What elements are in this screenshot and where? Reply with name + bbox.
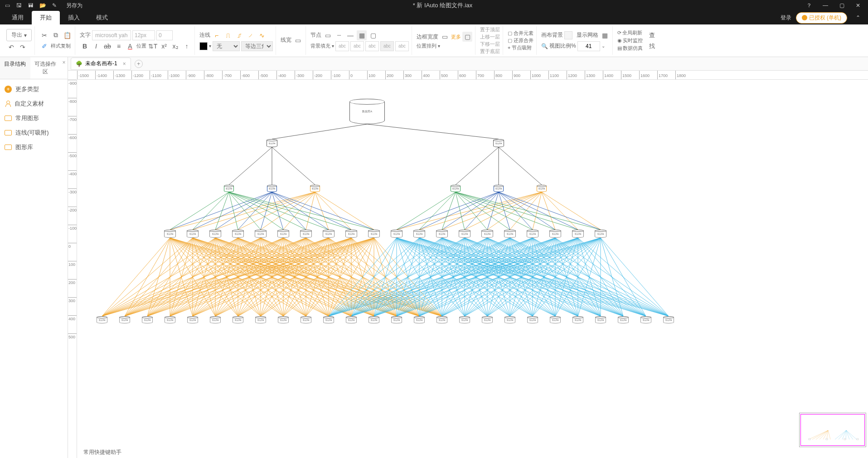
db-node[interactable]: 数据库A [481, 230, 493, 238]
open-icon[interactable]: 📂 [39, 2, 46, 9]
db-node[interactable]: 数据库A [391, 230, 402, 238]
restore-merge[interactable]: ▢ 还原合并 [508, 37, 533, 44]
canvas-content[interactable]: 数据库A数据库A数据库A数据库A数据库A数据库A数据库A数据库A数据库A数据库A… [77, 80, 868, 458]
line-type-1-icon[interactable]: ⌐ [212, 30, 222, 40]
zoom-dropdown-icon[interactable]: ⌄ [601, 43, 605, 48]
border-preset-icon[interactable]: ▢ [462, 32, 472, 42]
line-type-4-icon[interactable]: ⟋ [246, 30, 256, 40]
show-grid-label[interactable]: 显示网格 [577, 31, 598, 39]
arrow-shape-select[interactable]: 等边三角 [241, 41, 273, 51]
search-btn[interactable]: 查 [649, 31, 655, 39]
arrow-up-icon[interactable]: ↑ [182, 41, 192, 51]
menu-tab-start[interactable]: 开始 [32, 11, 60, 24]
shortcut-helper[interactable]: 常用快捷键助手 [83, 448, 121, 456]
db-node[interactable]: 数据库A [323, 316, 334, 323]
db-node[interactable]: 数据库A [255, 230, 267, 238]
line-height-input[interactable] [156, 30, 173, 40]
db-node[interactable]: 数据库A [349, 99, 385, 124]
db-node[interactable]: 数据库A [413, 230, 425, 238]
db-node[interactable]: 数据库A [459, 316, 470, 323]
save-as-label[interactable]: 另存为 [66, 2, 82, 10]
node-thin-icon[interactable]: — [345, 30, 355, 40]
color-dropdown-icon[interactable]: ▾ [209, 43, 211, 48]
sidebar-item-more[interactable]: + 更多类型 [0, 82, 68, 96]
sidebar-close-icon[interactable]: × [60, 57, 68, 79]
db-node[interactable]: 数据库A [451, 185, 461, 192]
subscript-icon[interactable]: x₂ [170, 41, 180, 51]
db-node[interactable]: 数据库A [436, 316, 447, 323]
vertical-text-icon[interactable]: ⇅T [148, 41, 158, 51]
sidebar-item-lines[interactable]: 连线(可吸附) [0, 125, 68, 140]
abc-btn-4[interactable]: abc [380, 41, 394, 51]
node-fill1-icon[interactable]: ▭ [323, 30, 333, 40]
line-type-3-icon[interactable]: ⎎ [234, 30, 244, 40]
format-painter-icon[interactable]: ✐ [39, 41, 49, 51]
position-sort-label[interactable]: 位置排列 [417, 43, 436, 49]
save-icon[interactable]: 🖫 [15, 2, 23, 9]
grid-toggle-icon[interactable]: ▦ [600, 30, 610, 40]
db-node[interactable]: 数据库A [618, 316, 629, 323]
sidebar-item-library[interactable]: 图形库 [0, 140, 68, 154]
more-link[interactable]: 更多 [451, 34, 461, 40]
menu-tab-mode[interactable]: 模式 [88, 11, 116, 24]
position-label[interactable]: 位置 [136, 41, 146, 51]
paste-icon[interactable]: 📋 [62, 30, 72, 40]
db-node[interactable]: 数据库A [277, 230, 289, 238]
border-width-icon[interactable]: ▭ [440, 32, 450, 42]
db-node[interactable]: 数据库A [187, 316, 198, 323]
help-icon[interactable]: ？ [803, 1, 815, 10]
db-node[interactable]: 数据库A [527, 230, 538, 238]
strike-icon[interactable]: ab [102, 41, 112, 51]
layer-up[interactable]: 上移一层 [480, 34, 500, 40]
menu-tab-insert[interactable]: 插入 [60, 11, 88, 24]
find-btn[interactable]: 找 [649, 42, 655, 50]
db-node[interactable]: 数据库A [482, 316, 493, 323]
abc-btn-5[interactable]: abc [395, 41, 409, 51]
redo-icon[interactable]: ↷ [18, 42, 28, 52]
minimap[interactable] [799, 413, 866, 447]
superscript-icon[interactable]: x² [159, 41, 169, 51]
maximize-icon[interactable]: ▢ [835, 1, 848, 10]
line-type-5-icon[interactable]: ∿ [257, 30, 267, 40]
license-badge[interactable]: 已授权 (单机) [796, 12, 847, 24]
db-node[interactable]: 数据库A [595, 316, 606, 323]
db-node[interactable]: 数据库A [209, 230, 221, 238]
line-color-picker[interactable] [199, 42, 208, 50]
node-dash-icon[interactable]: ┈ [334, 30, 344, 40]
close-icon[interactable]: ✕ [852, 1, 864, 10]
bold-icon[interactable]: B [80, 41, 90, 51]
db-node[interactable]: 数据库A [142, 316, 153, 323]
db-node[interactable]: 数据库A [504, 316, 515, 323]
db-node[interactable]: 数据库A [232, 230, 244, 238]
db-node[interactable]: 数据库A [494, 185, 504, 192]
font-family-input[interactable] [92, 30, 131, 40]
align-icon[interactable]: ≡ [114, 41, 124, 51]
db-node[interactable]: 数据库A [368, 230, 380, 238]
minimize-icon[interactable]: — [819, 1, 832, 10]
data-sim[interactable]: ▤ 数据仿真 [617, 45, 643, 52]
db-node[interactable]: 数据库A [640, 316, 651, 323]
undo-icon[interactable]: ↶ [6, 42, 16, 52]
db-node[interactable]: 数据库A [165, 316, 175, 323]
abc-btn-3[interactable]: abc [365, 41, 379, 51]
layer-bottom[interactable]: 置于底层 [480, 48, 500, 55]
db-node[interactable]: 数据库A [369, 316, 379, 323]
db-node[interactable]: 数据库A [323, 230, 335, 238]
db-node[interactable]: 数据库A [414, 316, 425, 323]
font-size-input[interactable] [132, 30, 155, 40]
db-node[interactable]: 数据库A [119, 316, 130, 323]
db-node[interactable]: 数据库A [504, 230, 516, 238]
db-node[interactable]: 数据库A [278, 316, 289, 323]
db-node[interactable]: 数据库A [310, 185, 320, 192]
node-snap[interactable]: ⌖ 节点吸附 [508, 44, 533, 51]
add-tab-icon[interactable]: + [135, 60, 143, 68]
db-node[interactable]: 数据库A [255, 316, 266, 323]
bg-fill-label[interactable]: 背景填充 [310, 43, 330, 49]
db-node[interactable]: 数据库A [267, 185, 277, 192]
db-node[interactable]: 数据库A [346, 316, 357, 323]
linewidth-icon[interactable]: ▭ [293, 35, 303, 45]
db-node[interactable]: 数据库A [233, 316, 243, 323]
db-node[interactable]: 数据库A [267, 139, 277, 147]
canvas-tab[interactable]: 🌳 未命名画布-1 × [71, 58, 131, 70]
db-node[interactable]: 数据库A [300, 230, 312, 238]
